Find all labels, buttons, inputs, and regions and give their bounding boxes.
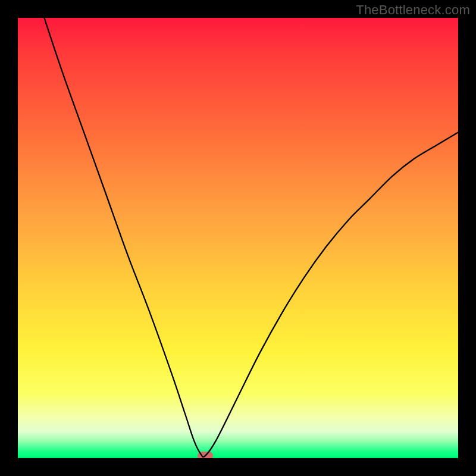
plot-area bbox=[18, 18, 458, 458]
bottleneck-curve bbox=[44, 18, 458, 457]
curve-svg bbox=[18, 18, 458, 458]
attribution-label: TheBottleneck.com bbox=[356, 2, 470, 18]
chart-frame: TheBottleneck.com bbox=[0, 0, 476, 476]
